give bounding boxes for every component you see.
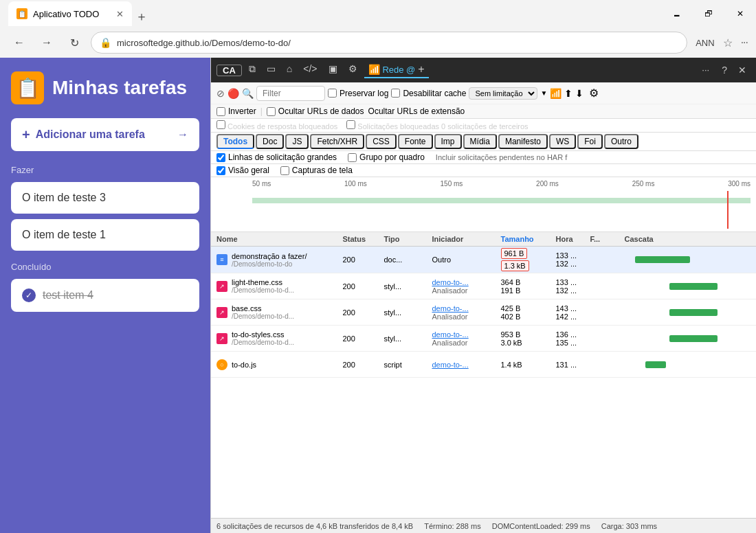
blocked-requests-cb[interactable] [346, 120, 355, 129]
cookies-blocked-cb[interactable] [216, 120, 225, 129]
initiator-link-3[interactable]: demo-to-... [432, 330, 501, 339]
table-row[interactable]: ↗ to-do-styles.css /Demos/demo-to-d... 2… [211, 326, 756, 352]
search-icon[interactable]: 🔍 [242, 88, 254, 99]
overview-cb[interactable] [216, 166, 225, 175]
preserve-log-label[interactable]: Preservar log [328, 89, 388, 98]
window-controls: 🗕 🗗 ✕ [661, 3, 756, 25]
type-1: styl... [384, 282, 432, 291]
type-manifest-btn[interactable]: Manifesto [498, 134, 548, 149]
throttle-select[interactable]: Sem limitação [469, 87, 537, 100]
timeline-red-bar [727, 191, 729, 229]
overview-label[interactable]: Visão geral [216, 166, 269, 175]
task-item-1[interactable]: O item de teste 1 [11, 219, 199, 251]
tab-close-btn[interactable]: ✕ [116, 9, 124, 19]
forward-btn[interactable]: → [36, 32, 58, 54]
col-name: Nome [216, 235, 343, 243]
new-tab-btn[interactable]: ＋ [132, 7, 151, 26]
lock-icon: 🔒 [100, 37, 111, 48]
type-wasm-btn[interactable]: Foi [577, 134, 603, 149]
restore-btn[interactable]: 🗗 [693, 3, 724, 25]
initiator-link-4[interactable]: demo-to-... [432, 361, 501, 369]
clear-log-icon[interactable]: ⊘ [216, 88, 225, 99]
todo-header: 📋 Minhas tarefas [0, 58, 210, 113]
invert-label[interactable]: Inverter [216, 106, 256, 116]
url-bar[interactable]: 🔒 microsoftedge.github.io/Demos/demo-to-… [91, 32, 687, 54]
arrow-icon: → [177, 128, 188, 141]
invert-checkbox[interactable] [216, 107, 225, 116]
initiator-link-1[interactable]: demo-to-... [432, 278, 501, 286]
file-name-0: demonstração a fazer/ [232, 252, 307, 260]
type-xhr-btn[interactable]: Fetch/XHR [310, 134, 364, 149]
preserve-log-checkbox[interactable] [328, 89, 337, 98]
close-btn[interactable]: ✕ [724, 3, 756, 25]
back-btn[interactable]: ← [8, 32, 30, 54]
type-img-btn[interactable]: Imp [434, 134, 462, 149]
settings-icon[interactable]: ⚙ [589, 87, 599, 100]
cascade-bar-2 [669, 309, 718, 316]
col-size[interactable]: Tamanho [501, 235, 556, 243]
add-task-button[interactable]: + Adicionar uma tarefa → [11, 118, 199, 151]
type-css-btn[interactable]: CSS [366, 134, 397, 149]
status-0: 200 [343, 256, 384, 264]
type-all-btn[interactable]: Todos [216, 134, 254, 149]
active-tab[interactable]: 📋 Aplicativo TODO ✕ [8, 1, 132, 26]
large-rows-cb[interactable] [216, 153, 225, 162]
tab-icon: 📋 [16, 8, 27, 19]
section-doing-label: Fazer [0, 157, 210, 179]
refresh-btn[interactable]: ↻ [63, 32, 85, 54]
dt-icon-copy[interactable]: ⧉ [245, 62, 260, 78]
table-row[interactable]: ↗ light-theme.css /Demos/demo-to-d... 20… [211, 273, 756, 299]
cascade-0 [625, 256, 751, 263]
screenshots-cb[interactable] [280, 166, 289, 175]
hide-data-urls-label[interactable]: Ocultar URLs de dados [267, 106, 364, 116]
dt-icon-rect[interactable]: ▭ [263, 62, 280, 78]
wifi-icon[interactable]: 📶 [550, 88, 562, 99]
file-path-3: /Demos/demo-to-d... [232, 339, 294, 346]
type-2: styl... [384, 308, 432, 317]
large-rows-label[interactable]: Linhas de solicitação grandes [216, 152, 337, 162]
dt-icon-wifi[interactable]: 📶 Rede @ + [364, 62, 429, 78]
task-item-4[interactable]: ✓ test item 4 [11, 279, 199, 312]
dt-icon-media[interactable]: ▣ [324, 62, 342, 78]
dt-icon-settings[interactable]: ⚙ [344, 62, 362, 78]
type-js-btn[interactable]: JS [285, 134, 309, 149]
profile-label: ANN [696, 38, 714, 48]
table-row[interactable]: ↗ base.css /Demos/demo-to-d... 200 styl.… [211, 299, 756, 326]
dt-more-btn[interactable]: ··· [696, 63, 715, 77]
record-icon[interactable]: 🔴 [227, 88, 239, 99]
size2-3: 3.0 kB [501, 339, 556, 347]
type-ws-btn[interactable]: WS [549, 134, 576, 149]
cascade-bar-4 [645, 361, 666, 368]
type-other-btn[interactable]: Outro [604, 134, 638, 149]
disable-cache-label[interactable]: Desabilitar cache [391, 89, 466, 98]
group-by-frame-cb[interactable] [348, 153, 357, 162]
status-2: 200 [343, 308, 384, 317]
file-path-2: /Demos/demo-to-d... [232, 313, 294, 320]
type-0: doc... [384, 256, 432, 264]
disable-cache-checkbox[interactable] [391, 89, 400, 98]
dt-icon-code[interactable]: </> [299, 62, 321, 78]
hide-data-urls-cb[interactable] [267, 107, 276, 116]
file-path-0: /Demos/demo-to-do [232, 260, 307, 268]
minimize-btn[interactable]: 🗕 [661, 3, 693, 25]
dt-icon-home[interactable]: ⌂ [282, 62, 296, 78]
type-media-btn[interactable]: Mídia [463, 134, 497, 149]
status-4: 200 [343, 361, 384, 369]
more-btn[interactable]: ··· [741, 36, 748, 49]
group-by-frame-label[interactable]: Grupo por quadro [348, 152, 425, 162]
filter-input[interactable] [256, 86, 325, 101]
col-cascade[interactable]: Cascata [625, 235, 751, 243]
favorite-icon[interactable]: ☆ [723, 36, 733, 49]
throttle-arrow: ▼ [540, 89, 547, 97]
table-row[interactable]: ○ to-do.js 200 script demo-to-... 1.4 kB… [211, 352, 756, 378]
download-icon[interactable]: ⬇ [575, 88, 583, 99]
type-font-btn[interactable]: Fonte [398, 134, 433, 149]
upload-icon[interactable]: ⬆ [564, 88, 572, 99]
initiator-link-2[interactable]: demo-to-... [432, 304, 501, 313]
table-row[interactable]: ≡ demonstração a fazer/ /Demos/demo-to-d… [211, 247, 756, 273]
type-doc-btn[interactable]: Doc [256, 134, 284, 149]
dt-help-btn[interactable]: ? [718, 63, 731, 77]
dt-close-btn[interactable]: ✕ [734, 63, 751, 77]
screenshots-label[interactable]: Capturas de tela [280, 166, 353, 175]
task-item-3[interactable]: O item de teste 3 [11, 182, 199, 214]
